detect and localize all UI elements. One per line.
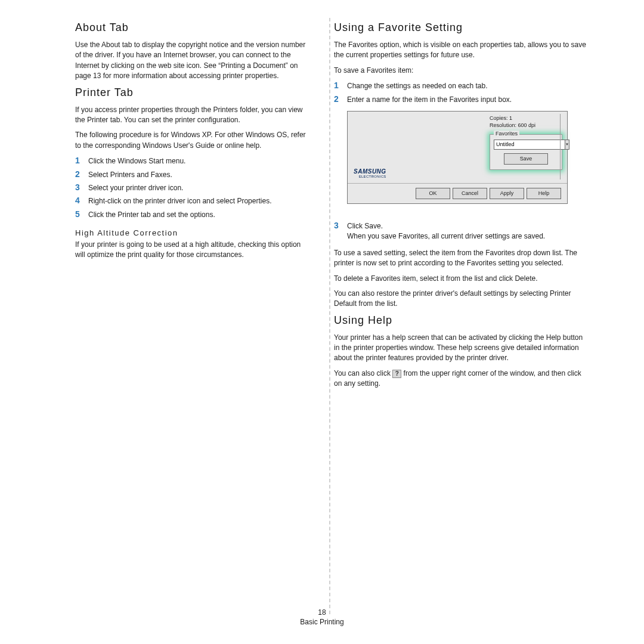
using-help-body-1: Your printer has a help screen that can … [334, 333, 587, 364]
ok-button[interactable]: OK [416, 188, 450, 199]
step-text: Click the Windows Start menu. [88, 156, 185, 166]
help-button[interactable]: Help [527, 188, 561, 199]
save-button[interactable]: Save [504, 153, 548, 165]
step-text: Click Save. [347, 222, 383, 230]
printer-tab-body-2: The following procedure is for Windows X… [75, 130, 310, 151]
step-text: Click the Printer tab and set the option… [88, 209, 215, 220]
favorites-legend: Favorites [494, 131, 519, 137]
high-altitude-body: If your printer is going to be used at a… [75, 240, 310, 261]
copies-readout: Copies: 1 [490, 115, 562, 121]
favorites-group: Favorites Save [490, 134, 562, 170]
step-text: Right-click on the printer driver icon a… [88, 196, 271, 206]
printer-tab-steps: 1Click the Windows Start menu. 2Select P… [75, 156, 310, 220]
page-number: 18 [0, 608, 644, 617]
favorite-steps-12: 1Change the settings as needed on each t… [334, 80, 587, 105]
favorite-body-3: To use a saved setting, select the item … [334, 248, 587, 269]
high-altitude-heading: High Altitude Correction [75, 228, 310, 237]
favorite-setting-heading: Using a Favorite Setting [334, 21, 587, 34]
favorites-screenshot: SAMSUNG ELECTRONICS Copies: 1 Resolution… [347, 111, 568, 204]
printer-tab-body-1: If you access printer properties through… [75, 105, 310, 126]
about-tab-body: Use the About tab to display the copyrig… [75, 40, 310, 82]
favorite-body-1: The Favorites option, which is visible o… [334, 40, 587, 61]
step-text: Select your printer driver icon. [88, 182, 183, 193]
question-icon: ? [392, 370, 401, 378]
favorite-body-5: You can also restore the printer driver'… [334, 289, 587, 309]
step-text: Select Printers and Faxes. [88, 169, 172, 180]
step-text: Enter a name for the item in the Favorit… [347, 94, 512, 105]
step-subtext: When you save Favorites, all current dri… [347, 232, 545, 240]
column-divider [329, 18, 330, 614]
printer-tab-heading: Printer Tab [75, 86, 310, 99]
chevron-down-icon[interactable] [565, 140, 569, 150]
using-help-heading: Using Help [334, 314, 587, 327]
cancel-button[interactable]: Cancel [453, 188, 487, 199]
about-tab-heading: About Tab [75, 21, 310, 34]
page-footer: 18 Basic Printing [0, 608, 644, 626]
favorite-body-4: To delete a Favorites item, select it fr… [334, 274, 587, 284]
apply-button[interactable]: Apply [490, 188, 524, 199]
favorites-input[interactable] [494, 140, 565, 150]
favorite-body-2: To save a Favorites item: [334, 66, 587, 76]
step-text: Change the settings as needed on each ta… [347, 80, 488, 91]
favorite-step-3: 3 Click Save. When you save Favorites, a… [334, 221, 587, 242]
using-help-body-2: You can also click ? from the upper righ… [334, 369, 587, 389]
resolution-readout: Resolution: 600 dpi [490, 122, 562, 128]
chapter-label: Basic Printing [0, 618, 644, 626]
samsung-logo: SAMSUNG ELECTRONICS [354, 168, 386, 178]
